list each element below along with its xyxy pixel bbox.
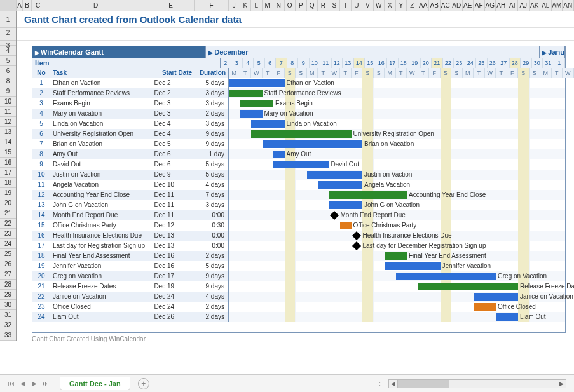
row-header[interactable]: 28	[0, 280, 16, 290]
scroll-thumb[interactable]	[398, 380, 449, 388]
row-header[interactable]: 30	[0, 300, 16, 310]
gantt-bar[interactable]	[329, 191, 407, 199]
sheet-tab-active[interactable]: Gantt Dec - Jan	[60, 377, 130, 390]
col-header[interactable]: AE	[463, 0, 474, 11]
row-header[interactable]: 6	[0, 66, 16, 76]
col-header[interactable]: Z	[407, 0, 418, 11]
col-header[interactable]: W	[374, 0, 385, 11]
gantt-bar[interactable]	[318, 181, 362, 189]
row-header[interactable]: 12	[0, 117, 16, 127]
col-header[interactable]: P	[296, 0, 307, 11]
row-header[interactable]: 11	[0, 107, 16, 117]
row-header[interactable]: 9	[0, 86, 16, 97]
gantt-bar[interactable]	[385, 262, 441, 270]
gantt-bar[interactable]	[229, 79, 285, 87]
col-header[interactable]: AK	[530, 0, 541, 11]
select-all-cell[interactable]	[0, 0, 17, 11]
row-header[interactable]: 5	[0, 56, 16, 66]
col-header[interactable]: J	[229, 0, 240, 11]
row-header[interactable]: 33	[0, 330, 16, 341]
col-header[interactable]: K	[240, 0, 252, 11]
tab-nav-prev-icon[interactable]: ◀	[20, 380, 25, 387]
tab-nav-last-icon[interactable]: ⏭	[43, 380, 49, 387]
col-header[interactable]: M	[263, 0, 274, 11]
col-header[interactable]: T	[340, 0, 352, 11]
row-header[interactable]: 4	[0, 46, 16, 56]
col-header[interactable]: F	[195, 0, 229, 11]
col-header[interactable]: N	[273, 0, 285, 11]
row-header[interactable]: 19	[0, 188, 16, 198]
month-header-jan[interactable]: ▶Janu	[540, 46, 565, 58]
col-header[interactable]: AL	[540, 0, 552, 11]
gantt-bar[interactable]	[251, 120, 285, 128]
gantt-bar[interactable]	[329, 201, 363, 209]
tab-nav-next-icon[interactable]: ▶	[32, 380, 37, 387]
row-header[interactable]: 31	[0, 310, 16, 320]
col-header[interactable]: E	[147, 0, 195, 11]
col-header[interactable]: Q	[307, 0, 318, 11]
horizontal-scrollbar[interactable]: ◀ ▶	[388, 379, 566, 388]
row-header[interactable]: 14	[0, 137, 16, 147]
scroll-left-icon[interactable]: ◀	[389, 380, 398, 388]
col-header[interactable]: AN	[563, 0, 574, 11]
col-header[interactable]: D	[44, 0, 147, 11]
row-header[interactable]: 23	[0, 229, 16, 239]
col-header[interactable]: AA	[418, 0, 430, 11]
col-header[interactable]: U	[352, 0, 363, 11]
row-header[interactable]: 18	[0, 178, 16, 188]
gantt-bar[interactable]	[474, 303, 496, 311]
row-header[interactable]: 13	[0, 127, 16, 137]
row-header[interactable]: 24	[0, 239, 16, 249]
gantt-bar[interactable]	[340, 222, 352, 229]
row-header[interactable]: 29	[0, 290, 16, 300]
col-header[interactable]: AH	[496, 0, 507, 11]
row-header[interactable]: 10	[0, 97, 16, 107]
row-header[interactable]: 16	[0, 158, 16, 168]
col-header[interactable]: X	[385, 0, 396, 11]
col-header[interactable]: AJ	[518, 0, 530, 11]
row-header[interactable]: 21	[0, 208, 16, 219]
col-header[interactable]: V	[362, 0, 374, 11]
row-header[interactable]: 1	[0, 11, 16, 28]
gantt-bar[interactable]	[307, 171, 363, 179]
row-header[interactable]: 27	[0, 269, 16, 280]
row-header[interactable]: 32	[0, 320, 16, 330]
gantt-bar[interactable]	[273, 151, 285, 158]
col-header[interactable]: O	[285, 0, 296, 11]
col-header[interactable]: B	[23, 0, 32, 11]
gantt-bar[interactable]	[396, 273, 496, 280]
col-header[interactable]: AG	[485, 0, 496, 11]
col-header[interactable]: L	[251, 0, 263, 11]
col-header[interactable]: AI	[507, 0, 519, 11]
col-header[interactable]: AM	[552, 0, 563, 11]
row-header[interactable]: 25	[0, 249, 16, 259]
col-header[interactable]: AD	[451, 0, 463, 11]
col-header[interactable]: AC	[441, 0, 452, 11]
gantt-bar[interactable]	[240, 100, 274, 107]
month-header-dec[interactable]: ▶December	[206, 46, 540, 58]
gantt-bar[interactable]	[229, 90, 263, 97]
col-header[interactable]: R	[318, 0, 329, 11]
col-header[interactable]: Y	[396, 0, 407, 11]
scroll-right-icon[interactable]: ▶	[557, 380, 566, 388]
col-header[interactable]: S	[329, 0, 341, 11]
row-header[interactable]: 26	[0, 259, 16, 269]
gantt-bar[interactable]	[251, 130, 352, 138]
row-header[interactable]: 3	[0, 41, 16, 46]
gantt-bar[interactable]	[273, 161, 329, 168]
row-header[interactable]: 2	[0, 28, 16, 41]
gantt-bar[interactable]	[385, 252, 407, 260]
row-header[interactable]: 8	[0, 76, 16, 86]
add-sheet-button[interactable]: +	[138, 378, 149, 389]
gantt-bar[interactable]	[474, 293, 518, 301]
tab-nav-first-icon[interactable]: ⏮	[8, 380, 15, 387]
gantt-bar[interactable]	[240, 110, 263, 118]
col-header[interactable]: AF	[474, 0, 485, 11]
row-header[interactable]: 15	[0, 147, 16, 158]
col-header[interactable]: A	[17, 0, 23, 11]
gantt-bar[interactable]	[496, 313, 518, 321]
row-header[interactable]: 20	[0, 198, 16, 208]
col-header[interactable]: AB	[429, 0, 441, 11]
row-header[interactable]: 22	[0, 219, 16, 229]
divider-icon[interactable]: ⋮	[376, 379, 383, 388]
